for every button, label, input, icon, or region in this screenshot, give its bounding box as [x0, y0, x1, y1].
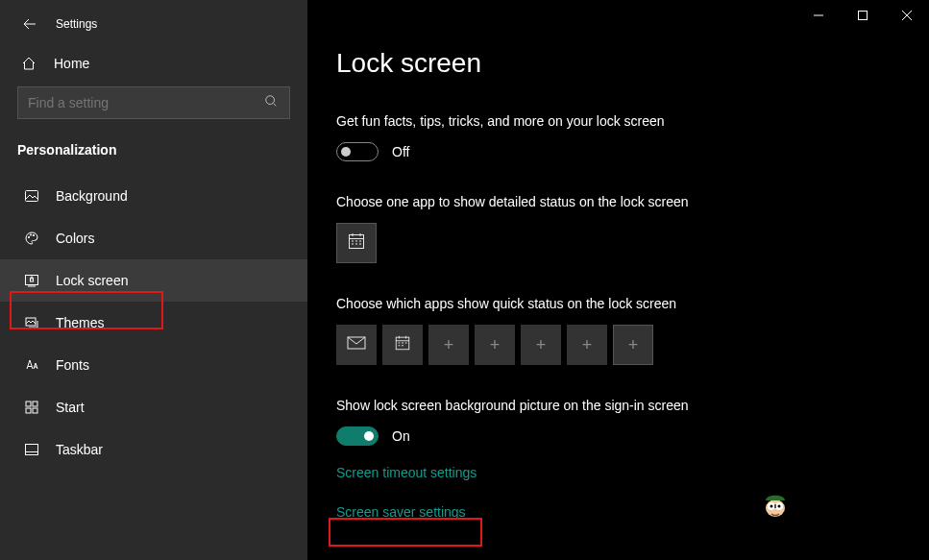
quick-status-tile-add[interactable]: + — [613, 325, 653, 365]
window-title: Settings — [56, 17, 97, 31]
themes-icon — [23, 314, 40, 331]
lock-screen-icon — [23, 272, 40, 289]
search-input[interactable] — [17, 86, 290, 119]
fun-facts-label: Get fun facts, tips, tricks, and more on… — [336, 113, 922, 129]
sidebar-item-label: Themes — [56, 315, 105, 330]
svg-point-0 — [266, 96, 275, 105]
close-button[interactable] — [885, 0, 929, 31]
main-panel: Lock screen Get fun facts, tips, tricks,… — [307, 0, 929, 560]
sidebar-item-themes[interactable]: Themes — [0, 302, 307, 344]
sidebar-item-label: Lock screen — [56, 273, 128, 288]
svg-point-3 — [30, 234, 31, 235]
signin-bg-state: On — [392, 428, 410, 444]
sidebar-item-background[interactable]: Background — [0, 175, 307, 217]
page-title: Lock screen — [336, 48, 922, 79]
svg-rect-6 — [31, 279, 34, 281]
svg-rect-9 — [33, 402, 37, 406]
nav-list: Background Colors Lock screen Themes Fon… — [0, 175, 307, 471]
sidebar-item-taskbar[interactable]: Taskbar — [0, 428, 307, 471]
minimize-button[interactable] — [796, 0, 841, 31]
quick-status-tile-add[interactable]: + — [521, 325, 561, 365]
quick-status-tile-mail[interactable] — [336, 325, 377, 365]
svg-point-2 — [28, 236, 29, 237]
quick-status-tile-add[interactable]: + — [475, 325, 515, 365]
screen-timeout-link[interactable]: Screen timeout settings — [336, 465, 477, 480]
fonts-icon — [23, 356, 40, 374]
mail-icon — [347, 336, 366, 353]
home-icon — [21, 56, 38, 71]
sidebar-item-label: Background — [56, 188, 128, 204]
fun-facts-toggle[interactable] — [336, 142, 379, 161]
palette-icon — [23, 230, 40, 247]
svg-rect-11 — [33, 408, 37, 413]
home-label: Home — [54, 56, 89, 71]
svg-rect-13 — [859, 12, 868, 20]
sidebar: Settings Home Personalization Background — [0, 0, 307, 560]
sidebar-item-label: Taskbar — [56, 442, 103, 457]
detailed-status-app-tile[interactable] — [336, 223, 377, 263]
svg-rect-10 — [26, 408, 31, 413]
sidebar-item-fonts[interactable]: Fonts — [0, 344, 307, 386]
calendar-icon — [394, 334, 411, 355]
section-heading: Personalization — [0, 136, 307, 175]
quick-status-tile-add[interactable]: + — [567, 325, 607, 365]
plus-icon: + — [490, 336, 501, 353]
svg-rect-8 — [26, 402, 31, 406]
picture-icon — [23, 187, 40, 205]
maximize-button[interactable] — [841, 0, 885, 31]
plus-icon: + — [628, 336, 639, 353]
plus-icon: + — [582, 336, 593, 353]
search-icon — [264, 94, 280, 111]
start-icon — [23, 399, 40, 416]
screen-saver-link[interactable]: Screen saver settings — [336, 504, 466, 520]
taskbar-icon — [23, 441, 40, 458]
svg-point-20 — [770, 505, 773, 508]
sidebar-item-start[interactable]: Start — [0, 386, 307, 428]
svg-rect-22 — [774, 504, 776, 508]
calendar-icon — [347, 231, 366, 255]
quick-status-label: Choose which apps show quick status on t… — [336, 296, 922, 311]
window-controls — [796, 0, 929, 31]
mascot-graphic — [756, 483, 795, 522]
detailed-status-label: Choose one app to show detailed status o… — [336, 194, 922, 209]
quick-status-tile-add[interactable]: + — [428, 325, 469, 365]
svg-point-4 — [33, 234, 34, 235]
svg-rect-1 — [26, 191, 38, 202]
quick-status-tile-calendar[interactable] — [382, 325, 423, 365]
sidebar-item-label: Start — [56, 400, 85, 415]
plus-icon: + — [444, 336, 454, 353]
sidebar-item-lock-screen[interactable]: Lock screen — [0, 259, 307, 302]
home-button[interactable]: Home — [0, 46, 307, 81]
fun-facts-state: Off — [392, 144, 409, 159]
search-field[interactable] — [28, 95, 264, 110]
sidebar-item-label: Fonts — [56, 357, 89, 373]
back-icon[interactable] — [21, 15, 38, 33]
svg-rect-12 — [26, 445, 38, 455]
svg-point-21 — [778, 505, 781, 508]
signin-bg-label: Show lock screen background picture on t… — [336, 398, 922, 413]
sidebar-item-label: Colors — [56, 231, 94, 246]
plus-icon: + — [536, 336, 547, 353]
sidebar-item-colors[interactable]: Colors — [0, 217, 307, 259]
signin-bg-toggle[interactable] — [336, 426, 379, 446]
